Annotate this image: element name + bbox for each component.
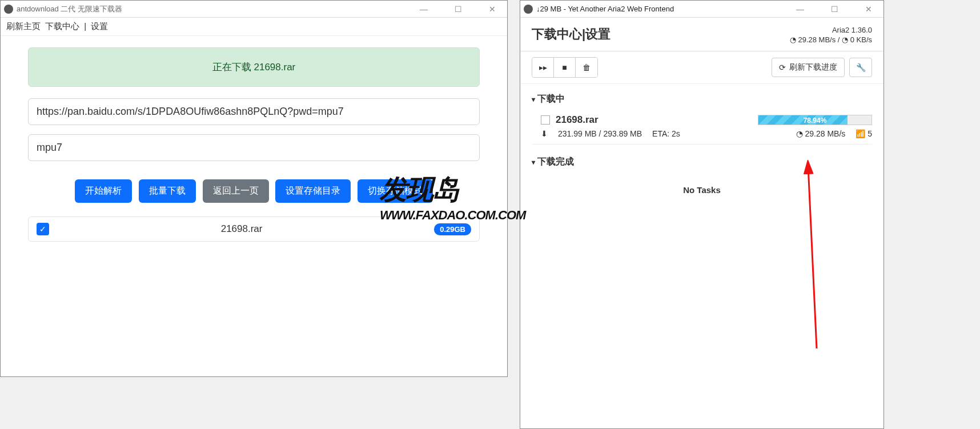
refresh-icon: ⟳ <box>779 63 786 72</box>
page-title: 下载中心|设置 <box>532 26 611 43</box>
parse-button[interactable]: 开始解析 <box>75 179 132 203</box>
maximize-button[interactable]: ☐ <box>447 5 469 14</box>
task-top-row: 21698.rar 78.94% <box>541 114 872 126</box>
close-button[interactable]: ✕ <box>481 5 504 14</box>
password-input[interactable] <box>28 134 480 161</box>
app-icon <box>524 5 533 14</box>
completed-section: ▾ 下载完成 No Tasks <box>520 147 883 209</box>
downloading-label: 下载中 <box>537 93 565 105</box>
settings-button[interactable]: 🔧 <box>849 58 872 77</box>
download-speed: 29.28 MB/s <box>798 35 836 44</box>
maximize-button[interactable]: ☐ <box>823 5 846 14</box>
stop-button[interactable]: ■ <box>554 58 576 77</box>
menu-refresh[interactable]: 刷新主页 <box>6 21 41 31</box>
global-speed: ◔ 29.28 MB/s / ◔ 0 KB/s <box>790 35 872 44</box>
caret-down-icon: ▾ <box>532 158 535 166</box>
caret-down-icon: ▾ <box>532 95 535 103</box>
titlebar: antdownload 二代 无限速下载器 — ☐ ✕ <box>1 1 507 18</box>
aria2-window: ↓29 MB - Yet Another Aria2 Web Frontend … <box>520 0 884 429</box>
download-icon: ⬇ <box>541 129 548 138</box>
task-eta: ETA: 2s <box>652 129 680 138</box>
set-dir-button[interactable]: 设置存储目录 <box>275 179 351 203</box>
task-info-row: ⬇ 231.99 MB / 293.89 MB ETA: 2s ◔ 29.28 … <box>541 129 872 138</box>
fast-forward-icon: ▸▸ <box>539 63 547 72</box>
back-button[interactable]: 返回上一页 <box>203 179 269 203</box>
completed-header[interactable]: ▾ 下载完成 <box>532 156 872 168</box>
close-button[interactable]: ✕ <box>857 5 880 14</box>
download-task[interactable]: 21698.rar 78.94% ⬇ 231.99 MB / 293.89 MB… <box>532 111 872 145</box>
task-connections: 📶 5 <box>856 129 872 138</box>
refresh-progress-button[interactable]: ⟳ 刷新下载进度 <box>772 58 845 77</box>
task-button-group: ▸▸ ■ 🗑 <box>532 57 598 78</box>
progress-bar: 78.94% <box>758 115 872 125</box>
trash-icon: 🗑 <box>583 63 591 72</box>
minimize-button[interactable]: — <box>412 5 435 14</box>
wrench-icon: 🔧 <box>856 63 866 72</box>
downloading-header[interactable]: ▾ 下载中 <box>532 93 872 105</box>
task-speed: ◔ 29.28 MB/s <box>796 129 846 138</box>
window-controls: — ☐ ✕ <box>789 5 880 14</box>
file-checkbox[interactable]: ✓ <box>37 223 49 235</box>
aria2-version: Aria2 1.36.0 <box>790 26 872 34</box>
menu-separator: | <box>84 21 86 31</box>
upload-speed: 0 KB/s <box>850 35 872 44</box>
file-size-badge: 0.29GB <box>434 223 471 235</box>
resume-button[interactable]: ▸▸ <box>532 58 554 77</box>
toolbar-right: ⟳ 刷新下载进度 🔧 <box>772 58 872 77</box>
content-area: 正在下载 21698.rar 开始解析 批量下载 返回上一页 设置存储目录 切换… <box>1 36 507 253</box>
toolbar: ▸▸ ■ 🗑 ⟳ 刷新下载进度 🔧 <box>520 51 883 84</box>
clock-icon: ◔ <box>842 35 848 44</box>
task-filename: 21698.rar <box>556 114 599 126</box>
menubar: 刷新主页 下载中心 | 设置 <box>1 18 507 36</box>
batch-download-button[interactable]: 批量下载 <box>139 179 196 203</box>
antdownload-window: antdownload 二代 无限速下载器 — ☐ ✕ 刷新主页 下载中心 | … <box>0 0 508 377</box>
window-controls: — ☐ ✕ <box>412 5 504 14</box>
task-checkbox[interactable] <box>541 115 550 125</box>
download-status-banner: 正在下载 21698.rar <box>28 47 480 87</box>
delete-button[interactable]: 🗑 <box>576 58 597 77</box>
minimize-button[interactable]: — <box>789 5 812 14</box>
action-button-row: 开始解析 批量下载 返回上一页 设置存储目录 切换存储模式 <box>28 179 480 203</box>
header-meta: Aria2 1.36.0 ◔ 29.28 MB/s / ◔ 0 KB/s <box>790 26 872 45</box>
task-size: 231.99 MB / 293.89 MB <box>558 129 642 138</box>
window-title: antdownload 二代 无限速下载器 <box>17 4 412 14</box>
clock-icon: ◔ <box>796 129 803 138</box>
downloading-section: ▾ 下载中 21698.rar 78.94% ⬇ 231.99 MB / 293… <box>520 84 883 147</box>
page-header: 下载中心|设置 Aria2 1.36.0 ◔ 29.28 MB/s / ◔ 0 … <box>520 18 883 51</box>
file-row: ✓ 21698.rar 0.29GB <box>28 216 480 242</box>
stop-icon: ■ <box>562 63 567 72</box>
no-tasks-message: No Tasks <box>532 174 872 206</box>
titlebar: ↓29 MB - Yet Another Aria2 Web Frontend … <box>520 1 883 18</box>
switch-mode-button[interactable]: 切换存储模式 <box>358 179 433 203</box>
url-input[interactable] <box>28 98 480 125</box>
file-name: 21698.rar <box>49 223 434 235</box>
menu-settings[interactable]: 设置 <box>91 21 108 31</box>
clock-icon: ◔ <box>790 35 796 44</box>
refresh-label: 刷新下载进度 <box>789 62 837 73</box>
window-title: ↓29 MB - Yet Another Aria2 Web Frontend <box>536 5 789 13</box>
menu-download-center[interactable]: 下载中心 <box>45 21 79 31</box>
completed-label: 下载完成 <box>537 156 574 168</box>
progress-percent: 78.94% <box>758 115 871 126</box>
signal-icon: 📶 <box>856 129 865 138</box>
app-icon <box>4 5 13 14</box>
